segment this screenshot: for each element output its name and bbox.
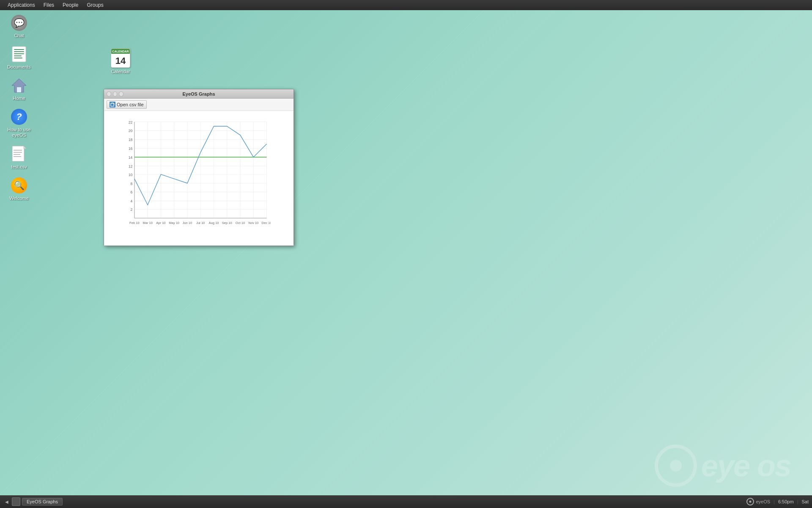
open-csv-icon (110, 102, 115, 108)
desktop-icon-testcsv[interactable]: test.csv (4, 144, 34, 171)
svg-text:12: 12 (129, 164, 133, 168)
svg-text:20: 20 (129, 129, 133, 133)
svg-text:8: 8 (130, 182, 132, 186)
watermark-circle-icon (655, 444, 697, 487)
svg-text:2: 2 (130, 207, 132, 212)
chart-area: 22 20 18 16 14 12 10 8 6 4 2 Feb 10 Mar … (106, 113, 288, 244)
svg-text:Oct 10: Oct 10 (236, 221, 245, 225)
taskbar-back-arrow[interactable]: ◀ (3, 499, 10, 505)
svg-text:10: 10 (129, 173, 133, 177)
svg-text:18: 18 (129, 138, 133, 142)
calendar-icon: CALENDAR 14 (111, 48, 130, 68)
svg-rect-8 (12, 146, 24, 161)
window-maximize-button[interactable] (119, 91, 123, 97)
window-close-button[interactable] (107, 91, 111, 97)
svg-text:4: 4 (130, 199, 132, 203)
window-toolbar: Open csv file (104, 99, 294, 111)
svg-text:Nov 10: Nov 10 (248, 221, 258, 225)
calendar-label: Calendar (111, 69, 130, 74)
home-label: Home (13, 96, 25, 101)
svg-rect-3 (14, 53, 24, 54)
chart-svg: 22 20 18 16 14 12 10 8 6 4 2 Feb 10 Mar … (118, 117, 271, 231)
svg-rect-7 (17, 87, 21, 92)
svg-text:16: 16 (129, 146, 133, 151)
eyeos-graphs-window: EyeOS Graphs Open csv file (104, 89, 294, 246)
open-csv-label: Open csv file (117, 102, 144, 107)
welcome-icon: 🔍 (11, 177, 27, 194)
desktop-background (0, 0, 812, 508)
svg-rect-1 (14, 49, 24, 50)
svg-rect-5 (14, 58, 22, 58)
svg-text:Feb 10: Feb 10 (129, 221, 140, 225)
documents-label: Documents (7, 64, 31, 69)
taskbar-show-desktop-button[interactable] (12, 497, 20, 506)
taskbar: ◀ EyeOS Graphs eyeOS | 6:50pm | Sat (0, 495, 812, 508)
desktop-icon-home[interactable]: Home (4, 75, 34, 102)
menubar-applications[interactable]: Applications (3, 0, 39, 10)
desktop-icon-howto[interactable]: ? How to use eyeOS (4, 107, 34, 140)
svg-rect-2 (14, 51, 24, 52)
svg-text:14: 14 (129, 155, 133, 160)
taskbar-eyeos-logo: eyeOS (746, 498, 770, 505)
menubar-people[interactable]: People (58, 0, 82, 10)
desktop-icon-calendar[interactable]: CALENDAR 14 Calendar (106, 47, 135, 76)
eyeos-brand-label: eyeOS (756, 499, 770, 504)
desktop-icons: Chat Documents Home ? (4, 13, 34, 202)
taskbar-right: eyeOS | 6:50pm | Sat (746, 498, 809, 505)
svg-text:May 10: May 10 (169, 221, 179, 225)
svg-text:Sep 10: Sep 10 (222, 221, 232, 225)
watermark-text: eye os (701, 448, 791, 483)
svg-rect-10 (14, 150, 22, 151)
taskbar-day: Sat (801, 499, 809, 504)
eyeos-circle-icon (746, 498, 754, 505)
svg-text:6: 6 (130, 190, 132, 194)
taskbar-eyeos-graphs-item[interactable]: EyeOS Graphs (22, 498, 63, 505)
window-title: EyeOS Graphs (123, 91, 274, 97)
svg-text:Mar 10: Mar 10 (143, 221, 153, 225)
svg-rect-13 (14, 156, 21, 157)
svg-rect-12 (14, 154, 20, 155)
taskbar-divider: | (774, 499, 775, 504)
desktop-icon-chat[interactable]: Chat (4, 13, 34, 40)
svg-rect-4 (14, 55, 22, 56)
svg-text:Jun 10: Jun 10 (183, 221, 192, 225)
svg-text:22: 22 (129, 120, 133, 124)
svg-text:Jul 10: Jul 10 (196, 221, 205, 225)
window-minimize-button[interactable] (113, 91, 118, 97)
menubar-groups[interactable]: Groups (82, 0, 107, 10)
howto-label: How to use eyeOS (6, 127, 32, 138)
desktop-icon-documents[interactable]: Documents (4, 44, 34, 71)
svg-text:Aug 10: Aug 10 (208, 221, 219, 225)
testcsv-label: test.csv (11, 164, 27, 169)
open-csv-button[interactable]: Open csv file (107, 100, 147, 109)
documents-icon (11, 46, 27, 63)
svg-text:Dec 10: Dec 10 (262, 221, 271, 225)
window-titlebar: EyeOS Graphs (104, 89, 294, 99)
desktop-icon-welcome[interactable]: 🔍 Welcome (4, 175, 34, 202)
svg-marker-9 (24, 146, 26, 149)
home-icon (11, 77, 27, 94)
taskbar-divider2: | (797, 499, 798, 504)
testcsv-icon (11, 146, 27, 163)
menubar: Applications Files People Groups (0, 0, 812, 10)
chat-icon (11, 14, 27, 31)
window-content: 22 20 18 16 14 12 10 8 6 4 2 Feb 10 Mar … (104, 111, 294, 246)
eyeos-watermark: eye os (655, 444, 791, 487)
chat-label: Chat (14, 33, 24, 38)
taskbar-time: 6:50pm (778, 499, 794, 504)
svg-text:Apr 10: Apr 10 (156, 221, 165, 225)
help-icon: ? (11, 108, 27, 125)
taskbar-left: ◀ EyeOS Graphs (3, 497, 63, 506)
svg-rect-11 (14, 152, 22, 153)
welcome-label: Welcome (9, 196, 29, 201)
menubar-files[interactable]: Files (39, 0, 58, 10)
svg-rect-14 (111, 103, 114, 106)
